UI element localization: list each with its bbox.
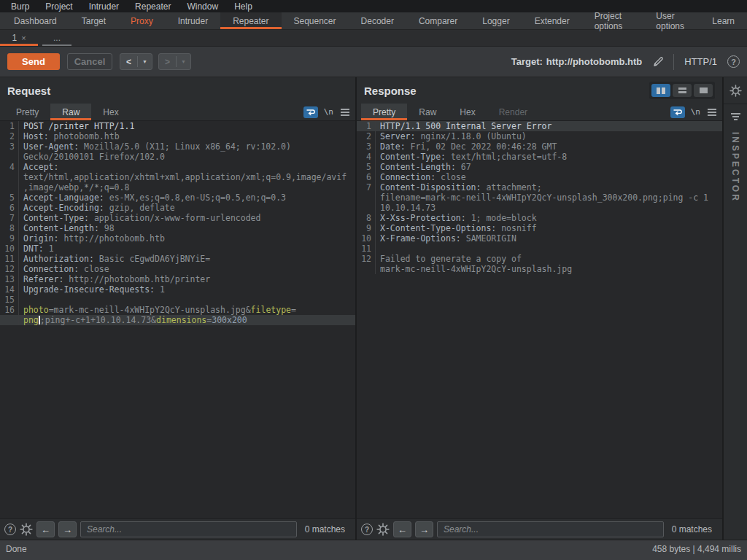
line-number: 10 (0, 244, 19, 254)
code-text: Host: photobomb.htb (19, 131, 120, 141)
history-back-button[interactable]: < ▼ (120, 53, 152, 70)
tab-user-options[interactable]: User options (643, 12, 700, 29)
layout-rows-button[interactable] (673, 84, 692, 97)
code-line: 5Content-Length: 67 (357, 162, 722, 172)
search-next-button[interactable]: → (58, 521, 77, 537)
inspector-label[interactable]: INSPECTOR (730, 132, 740, 203)
history-forward-button[interactable]: > ▼ (158, 53, 191, 70)
newline-toggle[interactable]: \n (691, 107, 700, 117)
newline-toggle[interactable]: \n (324, 107, 333, 117)
close-tab-icon[interactable]: × (21, 34, 26, 42)
code-text: mark-mc-neill-4xWHIpY2QcY-unsplash.jpg (376, 264, 572, 274)
search-help-icon[interactable]: ? (361, 524, 373, 535)
tab-comparer[interactable]: Comparer (406, 12, 470, 29)
http-version-selector[interactable]: HTTP/1 (684, 56, 717, 67)
repeater-tab-1[interactable]: 1× (0, 30, 38, 46)
forward-arrow-icon: > (159, 57, 176, 67)
code-text: X-Content-Type-Options: nosniff (376, 223, 537, 233)
line-number: 1 (357, 121, 376, 131)
code-line: 10DNT: 1 (0, 244, 355, 254)
search-settings-gear-icon[interactable] (376, 523, 390, 536)
menubar: BurpProjectIntruderRepeaterWindowHelp (0, 0, 747, 12)
repeater-tab-[interactable]: ... (38, 30, 76, 46)
code-text: photo=mark-mc-neill-4xWHIpY2QcY-unsplash… (19, 305, 296, 315)
tab-proxy[interactable]: Proxy (118, 12, 166, 29)
search-prev-button[interactable]: ← (36, 521, 55, 537)
tab-repeater[interactable]: Repeater (220, 12, 281, 29)
line-number: 8 (0, 223, 19, 233)
tab-decoder[interactable]: Decoder (349, 12, 406, 29)
code-text: Gecko/20100101 Firefox/102.0 (19, 152, 165, 162)
request-tab-hex[interactable]: Hex (91, 104, 130, 120)
help-icon[interactable]: ? (727, 55, 740, 68)
response-search-bar: ? ← → 0 matches (357, 518, 722, 540)
code-line: png;ping+-c+1+10.10.14.73&dimensions=300… (0, 315, 355, 325)
search-settings-gear-icon[interactable] (20, 523, 33, 536)
layout-columns-button[interactable] (651, 84, 670, 97)
code-line: 9Origin: http://photobomb.htb (0, 233, 355, 244)
request-tab-pretty[interactable]: Pretty (4, 104, 50, 120)
response-tab-raw[interactable]: Raw (407, 104, 448, 120)
menu-intruder[interactable]: Intruder (81, 1, 127, 12)
inspector-settings-gear-icon[interactable] (729, 77, 742, 104)
edit-target-pencil-icon[interactable] (652, 55, 665, 68)
code-text: Referer: http://photobomb.htb/printer (19, 274, 210, 284)
word-wrap-icon[interactable] (670, 106, 685, 118)
menu-window[interactable]: Window (179, 1, 226, 12)
code-text: Content-Type: application/x-www-form-url… (19, 213, 260, 223)
response-panel: Response PrettyRawHexRender\n 1HTTP/1.1 … (357, 77, 723, 540)
code-line: 3User-Agent: Mozilla/5.0 (X11; Linux x86… (0, 141, 355, 152)
cancel-button[interactable]: Cancel (67, 53, 112, 70)
tab-dashboard[interactable]: Dashboard (1, 12, 69, 29)
tab-intruder[interactable]: Intruder (166, 12, 220, 29)
code-line: text/html,application/xhtml+xml,applicat… (0, 172, 355, 182)
layout-switcher (649, 82, 715, 99)
response-editor[interactable]: 1HTTP/1.1 500 Internal Server Error2Serv… (357, 121, 722, 518)
request-editor[interactable]: 1POST /printer HTTP/1.12Host: photobomb.… (0, 121, 355, 518)
line-number (357, 192, 376, 203)
tab-target[interactable]: Target (69, 12, 118, 29)
menu-project[interactable]: Project (37, 1, 80, 12)
line-number: 5 (357, 162, 376, 172)
code-text: Content-Type: text/html;charset=utf-8 (376, 152, 567, 162)
inspector-collapse-icon[interactable] (731, 113, 740, 120)
code-text: ,image/webp,*/*;q=0.8 (19, 182, 129, 192)
forward-dropdown-icon[interactable]: ▼ (177, 59, 190, 64)
search-help-icon[interactable]: ? (4, 524, 16, 535)
line-number: 9 (357, 223, 376, 233)
send-button[interactable]: Send (7, 53, 60, 70)
response-search-matches: 0 matches (667, 524, 718, 534)
tab-extender[interactable]: Extender (522, 12, 582, 29)
menu-help[interactable]: Help (226, 1, 260, 12)
back-dropdown-icon[interactable]: ▼ (138, 59, 152, 64)
code-line: 6Accept-Encoding: gzip, deflate (0, 203, 355, 213)
response-tab-hex[interactable]: Hex (448, 104, 487, 120)
line-number: 11 (357, 244, 376, 254)
search-next-button[interactable]: → (415, 521, 433, 537)
tab-sequencer[interactable]: Sequencer (282, 12, 349, 29)
response-tab-render[interactable]: Render (487, 104, 539, 120)
tab-logger[interactable]: Logger (470, 12, 522, 29)
line-number: 2 (0, 131, 19, 141)
word-wrap-icon[interactable] (303, 106, 318, 118)
request-tab-raw[interactable]: Raw (50, 104, 91, 120)
code-text: Content-Length: 98 (19, 223, 115, 233)
response-search-input[interactable] (437, 521, 664, 537)
response-tab-pretty[interactable]: Pretty (361, 104, 407, 120)
menu-burp[interactable]: Burp (3, 1, 37, 12)
tab-learn[interactable]: Learn (700, 12, 747, 29)
tab-project-options[interactable]: Project options (582, 12, 644, 29)
code-text: Content-Disposition: attachment; (376, 182, 542, 192)
menu-repeater[interactable]: Repeater (127, 1, 179, 12)
code-line: 1POST /printer HTTP/1.1 (0, 121, 355, 131)
editor-menu-icon[interactable] (341, 109, 349, 116)
search-prev-button[interactable]: ← (393, 521, 411, 537)
code-text: Origin: http://photobomb.htb (19, 233, 165, 244)
request-search-input[interactable] (80, 521, 297, 537)
layout-single-button[interactable] (694, 84, 713, 97)
status-text: Done (6, 544, 27, 554)
line-number (357, 264, 376, 274)
code-line: mark-mc-neill-4xWHIpY2QcY-unsplash.jpg (357, 264, 722, 274)
editor-menu-icon[interactable] (708, 109, 716, 116)
code-text (19, 295, 23, 305)
